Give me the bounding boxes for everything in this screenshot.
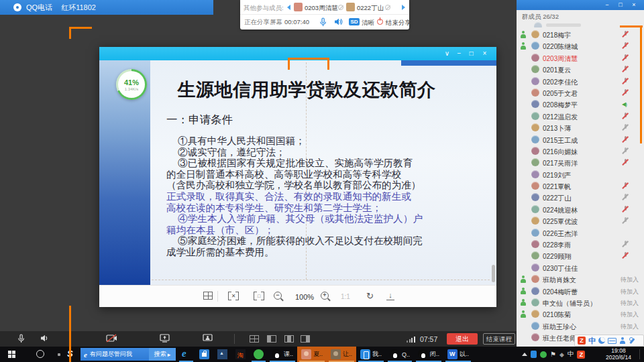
zoom-out-icon[interactable]: − (274, 292, 282, 300)
member-row[interactable]: 0219刘严 (517, 169, 644, 180)
ime-logo-icon[interactable]: Z (577, 351, 585, 359)
taskbar-item[interactable]: 闭.. (414, 347, 443, 362)
end-share-button[interactable]: 结束分享 (386, 19, 411, 27)
member-row[interactable]: 班助王珍心 待加入 (517, 320, 644, 332)
ime-logo-icon[interactable]: Z (578, 337, 586, 345)
participants-prev-arrow-icon[interactable] (287, 5, 290, 10)
taskbar-item[interactable]: 以.. (443, 347, 473, 362)
member-row[interactable]: 0203周清慧 (517, 52, 644, 64)
thumbnail-panel-icon[interactable] (203, 292, 213, 300)
fit-window-icon[interactable]: ✕ (228, 292, 239, 300)
member-row[interactable]: 班助肖姝文 待加入 (517, 274, 644, 285)
layout-center-icon[interactable] (284, 335, 294, 343)
taskbar-item[interactable] (250, 347, 268, 362)
ime-cn-mode-icon[interactable]: 中 (588, 336, 596, 346)
wechat-tray-icon[interactable] (540, 351, 547, 358)
member-status-icon[interactable] (622, 54, 629, 62)
member-row[interactable]: 0230丁佳佳 (517, 262, 644, 274)
member-row[interactable]: 0204梅听蕾 待加入 (517, 286, 644, 297)
member-row[interactable]: 0224姚迎林 (517, 204, 644, 215)
member-row[interactable]: 0226王杰洋 (517, 227, 644, 239)
mic-icon[interactable] (17, 334, 25, 343)
member-status-icon[interactable] (622, 240, 629, 249)
member-row[interactable]: 0228李雨 (517, 239, 644, 250)
restore-icon[interactable]: □ (616, 1, 625, 9)
bluetooth-icon[interactable] (531, 351, 537, 358)
layout-grid-icon[interactable] (250, 335, 259, 343)
member-status-icon[interactable] (622, 182, 629, 190)
member-row[interactable]: 申文仙（辅导员） 待加入 (517, 297, 644, 308)
minimize-icon[interactable]: − (454, 49, 464, 58)
end-class-button[interactable]: 结束课程 (483, 333, 515, 345)
taskbar-item[interactable]: 课.. (268, 347, 297, 362)
member-row[interactable]: 0222丁山 (517, 192, 644, 203)
member-status-icon[interactable]: 待加入 (621, 288, 639, 296)
member-status-icon[interactable] (622, 135, 629, 144)
end-share-power-icon[interactable] (377, 19, 383, 25)
zoom-level[interactable]: 100% (292, 293, 317, 301)
member-row[interactable]: 0220陈继城 (517, 40, 644, 52)
download-icon[interactable]: ↓ (386, 291, 394, 300)
member-status-icon[interactable] (622, 205, 629, 214)
member-row[interactable]: 0202李佳伦 (517, 76, 644, 87)
member-status-icon[interactable] (622, 158, 629, 167)
member-row[interactable]: 0213卜薄 (517, 122, 644, 133)
member-row[interactable]: 0212温启发 (517, 111, 644, 122)
ime-fullwidth-moon-icon[interactable] (598, 337, 605, 344)
member-row[interactable]: 0210陈菊 待加入 (517, 308, 644, 320)
share-screen-icon[interactable] (160, 334, 170, 343)
member-status-icon[interactable] (622, 77, 629, 86)
search-button[interactable]: 搜索▸ (149, 348, 176, 361)
qq-call-titlebar[interactable]: QQ电话 红环11802 (0, 0, 213, 15)
participants-next-arrow-icon[interactable] (402, 5, 405, 10)
member-row[interactable]: 0221覃帆 (517, 180, 644, 192)
member-status-icon[interactable] (622, 88, 629, 97)
ime-account-icon[interactable] (619, 337, 626, 345)
member-row[interactable]: 0217吴雨洋 (517, 157, 644, 168)
show-desktop-divider[interactable] (639, 349, 640, 359)
member-row[interactable]: 0215王工成 (517, 134, 644, 145)
member-row[interactable]: 0205于文君 (517, 87, 644, 99)
member-row[interactable]: 0225覃优波 (517, 215, 644, 227)
taskbar-item[interactable]: 我.. (356, 347, 386, 362)
viewer-scrollbar[interactable] (492, 265, 495, 282)
layout-left-icon[interactable] (267, 335, 276, 343)
member-status-icon[interactable]: 待加入 (621, 322, 639, 331)
member-row[interactable]: 0229顾翔 (517, 250, 644, 261)
member-status-icon[interactable]: 待加入 (621, 276, 639, 284)
member-status-icon[interactable] (622, 193, 629, 202)
participant-name[interactable]: 0222丁山 (357, 4, 384, 13)
taskbar-search-box[interactable]: e 有问题尽管问我 搜索▸ (80, 348, 176, 361)
actual-size-icon[interactable]: 1:1 (341, 293, 350, 300)
cortana-icon[interactable] (36, 350, 44, 358)
taskbar-item[interactable] (195, 347, 213, 362)
member-status-icon[interactable] (622, 229, 629, 237)
tray-app-icon[interactable]: ◆ (559, 351, 564, 358)
rotate-icon[interactable]: ↻ (366, 291, 374, 301)
start-button-icon[interactable] (8, 351, 15, 358)
zoom-in-icon[interactable]: + (321, 292, 329, 300)
close-icon[interactable]: × (629, 1, 639, 9)
member-status-icon[interactable] (622, 42, 629, 50)
member-status-icon[interactable] (622, 123, 629, 132)
member-row[interactable]: 0216向媚妹 (517, 145, 644, 157)
speaker-icon[interactable] (40, 334, 49, 343)
speaker-icon[interactable] (334, 17, 343, 26)
exit-button[interactable]: 退出 (447, 333, 478, 345)
member-status-icon[interactable] (622, 217, 629, 225)
member-status-icon[interactable] (622, 251, 629, 260)
members-titlebar[interactable]: − □ × (517, 0, 644, 10)
member-status-icon[interactable]: 待加入 (621, 310, 639, 319)
collapse-icon[interactable]: ∨ (442, 49, 452, 58)
taskbar-item[interactable]: 夏.. (297, 347, 327, 362)
minimize-icon[interactable]: − (602, 1, 612, 9)
member-row[interactable]: 0208梅梦平 (517, 99, 644, 110)
quality-badge[interactable]: SD (349, 18, 360, 25)
camera-off-icon[interactable] (106, 334, 117, 343)
member-status-icon[interactable]: 待加入 (621, 299, 639, 308)
member-status-icon[interactable] (622, 65, 629, 74)
ime-keyboard-icon[interactable] (608, 338, 616, 344)
taskbar-item[interactable] (213, 347, 231, 362)
taskbar-item[interactable] (231, 347, 250, 362)
ime-settings-wrench-icon[interactable] (629, 337, 635, 345)
